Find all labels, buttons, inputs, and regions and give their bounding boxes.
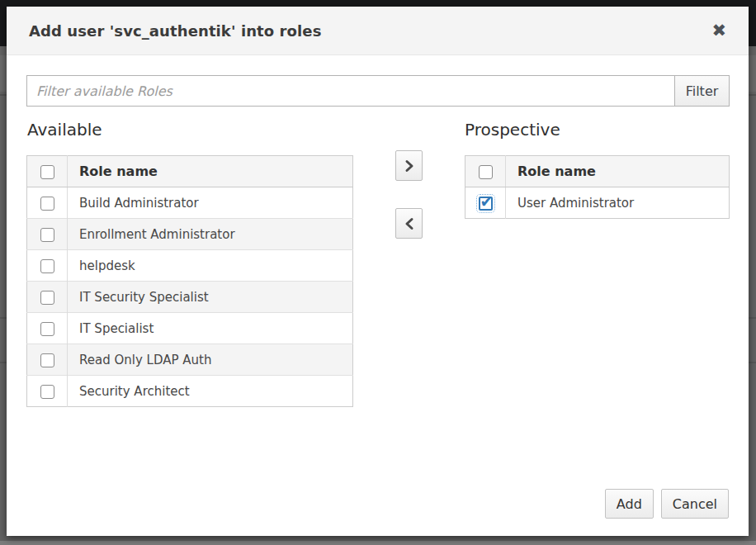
chevron-right-icon: [404, 159, 414, 173]
dialog-footer: Add Cancel: [605, 489, 729, 519]
available-heading: Available: [27, 120, 102, 140]
table-row: IT Security Specialist: [27, 282, 353, 313]
checkbox-icon[interactable]: [40, 291, 54, 305]
backdrop-band: [0, 541, 756, 545]
checkbox-icon[interactable]: [40, 322, 54, 336]
table-header-row: Role name: [465, 156, 730, 187]
row-checkbox-cell: [27, 219, 68, 250]
table-header-row: Role name: [27, 156, 353, 187]
row-checkbox-cell: [27, 187, 68, 219]
column-header: Role name: [68, 156, 353, 187]
role-name-cell: Read Only LDAP Auth: [68, 344, 353, 376]
row-checkbox-cell: [27, 282, 68, 313]
chevron-left-icon: [404, 217, 414, 230]
filter-bar: Filter: [26, 75, 730, 107]
available-roles-table: Role name Build AdministratorEnrollment …: [26, 155, 353, 407]
table-row: IT Specialist: [27, 313, 353, 344]
add-roles-dialog: Add user 'svc_authentik' into roles ✖ Fi…: [7, 7, 749, 536]
move-to-available-button[interactable]: [395, 208, 423, 239]
checkbox-icon[interactable]: [40, 259, 54, 273]
move-to-prospective-button[interactable]: [395, 150, 423, 181]
cancel-button[interactable]: Cancel: [661, 489, 729, 519]
role-name-cell: Security Architect: [68, 376, 353, 407]
prospective-heading: Prospective: [465, 120, 560, 140]
select-all-checkbox[interactable]: [479, 165, 493, 179]
header-checkbox-cell: [465, 156, 506, 187]
row-checkbox-cell: [27, 313, 68, 344]
dialog-title: Add user 'svc_authentik' into roles: [29, 22, 321, 40]
filter-button[interactable]: Filter: [675, 75, 730, 107]
role-name-cell: Build Administrator: [68, 187, 353, 219]
role-name-cell: helpdesk: [68, 250, 353, 282]
table-row: Security Architect: [27, 376, 353, 407]
table-row: Build Administrator: [27, 187, 353, 219]
role-name-cell: IT Specialist: [68, 313, 353, 344]
role-name-cell: IT Security Specialist: [68, 282, 353, 313]
select-all-checkbox[interactable]: [40, 165, 54, 179]
checkbox-icon[interactable]: [40, 385, 54, 399]
table-row: helpdesk: [27, 250, 353, 282]
checkbox-icon[interactable]: [40, 197, 54, 211]
row-checkbox-cell: [27, 376, 68, 407]
checkbox-icon[interactable]: [40, 353, 54, 367]
table-row: Enrollment Administrator: [27, 219, 353, 250]
close-icon[interactable]: ✖: [711, 22, 726, 40]
row-checkbox-cell: [27, 344, 68, 376]
checkbox-icon[interactable]: [40, 228, 54, 242]
row-checkbox-cell: [27, 250, 68, 282]
checkbox-checked-icon[interactable]: [479, 197, 493, 211]
add-button[interactable]: Add: [605, 489, 654, 519]
filter-input[interactable]: [26, 75, 675, 107]
prospective-roles-table: Role name User Administrator: [465, 155, 730, 219]
header-checkbox-cell: [27, 156, 68, 187]
role-name-cell: Enrollment Administrator: [68, 219, 353, 250]
role-name-cell: User Administrator: [506, 187, 730, 219]
column-header: Role name: [506, 156, 730, 187]
table-row: Read Only LDAP Auth: [27, 344, 353, 376]
dialog-header: Add user 'svc_authentik' into roles ✖: [7, 7, 749, 55]
row-checkbox-cell: [465, 187, 506, 219]
table-row: User Administrator: [465, 187, 730, 219]
